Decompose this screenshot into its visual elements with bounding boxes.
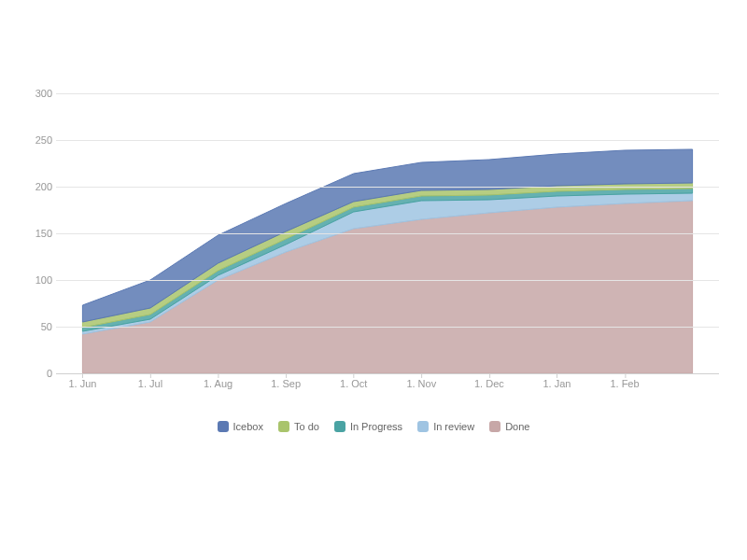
legend-swatch — [334, 421, 345, 432]
grid-line — [56, 280, 719, 281]
x-tick-label: 1. Jun — [68, 378, 96, 389]
legend-item[interactable]: To do — [278, 421, 319, 432]
grid-line — [56, 93, 719, 94]
plot-area: 050100150200250300 — [28, 93, 719, 373]
y-tick-label: 150 — [28, 228, 52, 239]
x-tick-label: 1. Sep — [271, 378, 301, 389]
legend-item[interactable]: In Progress — [334, 421, 402, 432]
x-tick-label: 1. Jul — [138, 378, 162, 389]
x-tick-label: 1. Dec — [474, 378, 504, 389]
grid-line — [56, 233, 719, 234]
y-tick-label: 200 — [28, 181, 52, 192]
x-tick-label: 1. Oct — [340, 378, 367, 389]
legend-item[interactable]: Done — [489, 421, 529, 432]
x-tick-label: 1. Feb — [610, 378, 639, 389]
x-tick-label: 1. Nov — [406, 378, 436, 389]
legend-swatch — [278, 421, 289, 432]
y-tick-label: 300 — [28, 88, 52, 99]
legend-swatch — [489, 421, 500, 432]
cumulative-flow-chart: 050100150200250300 1. Jun1. Jul1. Aug1. … — [28, 93, 719, 434]
grid-line — [56, 140, 719, 141]
legend-label: In Progress — [350, 421, 402, 432]
grid-line — [56, 187, 719, 188]
legend-swatch — [218, 421, 229, 432]
legend-item[interactable]: Icebox — [218, 421, 263, 432]
y-tick-label: 50 — [28, 321, 52, 332]
legend-label: To do — [294, 421, 319, 432]
y-tick-label: 250 — [28, 134, 52, 146]
y-tick-label: 100 — [28, 274, 52, 286]
x-axis: 1. Jun1. Jul1. Aug1. Sep1. Oct1. Nov1. D… — [56, 373, 719, 393]
legend-label: Done — [505, 421, 529, 432]
legend-item[interactable]: In review — [417, 421, 474, 432]
legend-label: Icebox — [233, 421, 263, 432]
x-tick-label: 1. Aug — [204, 378, 233, 389]
y-tick-label: 0 — [28, 368, 52, 379]
grid-line — [56, 327, 719, 328]
legend-swatch — [417, 421, 429, 432]
legend-label: In review — [433, 421, 474, 432]
x-tick-label: 1. Jan — [543, 378, 571, 389]
legend: IceboxTo doIn ProgressIn reviewDone — [28, 421, 719, 434]
